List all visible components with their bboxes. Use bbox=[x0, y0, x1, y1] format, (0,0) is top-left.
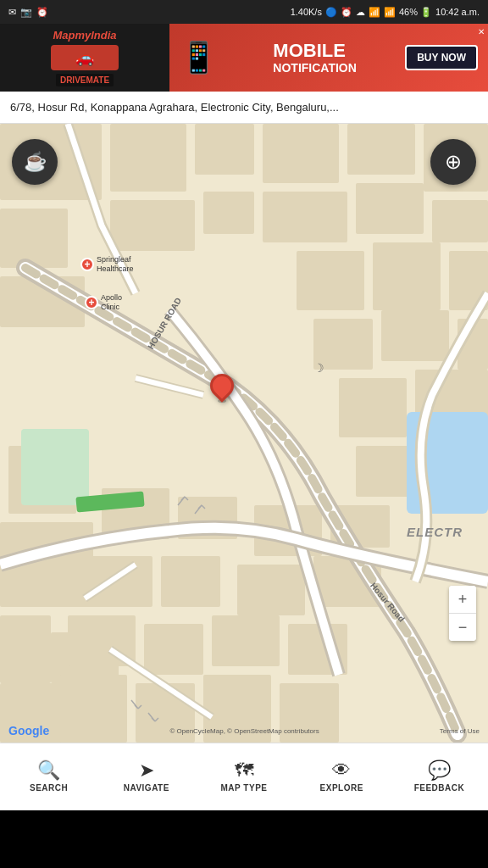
map-type-label: MAP TYPE bbox=[221, 783, 268, 793]
springleaf-sub: Healthcare bbox=[97, 264, 134, 274]
feedback-icon: 💬 bbox=[428, 761, 451, 780]
speed-indicator: 1.40K/s bbox=[291, 7, 322, 17]
zoom-in-button[interactable]: + bbox=[449, 586, 476, 613]
svg-rect-19 bbox=[297, 251, 364, 310]
nav-map-type[interactable]: 🗺 MAP TYPE bbox=[195, 743, 292, 810]
explore-label: EXPLORE bbox=[320, 783, 363, 793]
nav-feedback[interactable]: 💬 FEEDBACK bbox=[391, 743, 488, 810]
springleaf-cross-icon: + bbox=[80, 258, 94, 271]
ad-headline2: NOTIFICATION bbox=[273, 61, 357, 75]
map-background bbox=[0, 124, 488, 743]
bluetooth-icon: 🔵 bbox=[325, 7, 337, 18]
zoom-controls[interactable]: + − bbox=[449, 586, 476, 641]
feedback-label: FEEDBACK bbox=[414, 783, 465, 793]
signal2-icon: 📶 bbox=[384, 7, 396, 18]
apollo-name: Apollo bbox=[101, 293, 122, 303]
bottom-navigation: 🔍 SEARCH ➤ NAVIGATE 🗺 MAP TYPE 👁 EXPLORE… bbox=[0, 743, 488, 810]
ad-close-icon[interactable]: ✕ bbox=[478, 27, 485, 36]
svg-rect-6 bbox=[0, 615, 51, 683]
svg-rect-9 bbox=[110, 124, 186, 192]
status-left-icons: ✉ 📷 ⏰ bbox=[8, 7, 48, 18]
status-bar: ✉ 📷 ⏰ 1.40K/s 🔵 ⏰ ☁ 📶 📶 46% 🔋 10:42 a.m. bbox=[0, 0, 488, 24]
crosshair-icon: ⊕ bbox=[445, 150, 462, 174]
svg-rect-16 bbox=[263, 192, 347, 242]
wifi-icon: ☁ bbox=[356, 7, 365, 18]
pin-head bbox=[205, 369, 239, 403]
svg-rect-15 bbox=[203, 192, 254, 234]
google-logo: Google bbox=[8, 724, 49, 737]
battery-indicator: 46% 🔋 bbox=[399, 7, 432, 18]
svg-rect-25 bbox=[339, 378, 407, 437]
map-container[interactable]: ELECTR Hosur Road HOSUR ROAD ☽ ☕ ⊕ + Spr… bbox=[0, 124, 488, 743]
ad-headline1: MOBILE bbox=[273, 41, 357, 61]
address-bar: 6/78, Hosur Rd, Konappana Agrahara, Elec… bbox=[0, 92, 488, 124]
navigate-icon: ➤ bbox=[139, 761, 154, 780]
mail-icon: ✉ bbox=[8, 7, 16, 18]
svg-rect-35 bbox=[237, 565, 305, 615]
navigate-label: NAVIGATE bbox=[124, 783, 169, 793]
location-pin[interactable] bbox=[210, 374, 234, 403]
springleaf-marker: + Springleaf Healthcare bbox=[80, 255, 134, 274]
terms-of-use-link[interactable]: Terms of Use bbox=[440, 727, 480, 735]
search-label: SEARCH bbox=[30, 783, 68, 793]
svg-rect-11 bbox=[263, 124, 339, 183]
svg-rect-17 bbox=[356, 183, 424, 234]
ad-brand-section: Mapmylndia 🚗 DRIVEMATE bbox=[0, 24, 169, 92]
alarm2-icon: ⏰ bbox=[341, 7, 352, 18]
map-attribution: Google © OpenCycleMap, © OpenStreetMap c… bbox=[0, 724, 488, 737]
coffee-button[interactable]: ☕ bbox=[12, 139, 58, 185]
svg-rect-12 bbox=[347, 124, 415, 175]
svg-rect-20 bbox=[373, 242, 441, 310]
mapmyindia-logo: Mapmylndia bbox=[53, 29, 116, 42]
signal1-icon: 📶 bbox=[369, 7, 380, 18]
zoom-out-button[interactable]: − bbox=[449, 614, 476, 641]
svg-rect-2 bbox=[0, 209, 68, 268]
springleaf-name: Springleaf bbox=[97, 255, 134, 264]
svg-rect-34 bbox=[161, 556, 220, 607]
coffee-icon: ☕ bbox=[24, 151, 47, 173]
ad-buy-button[interactable]: BUY NOW bbox=[405, 45, 478, 70]
svg-rect-10 bbox=[195, 124, 254, 175]
svg-rect-45 bbox=[21, 429, 89, 505]
time-display: 10:42 a.m. bbox=[435, 7, 480, 17]
nav-explore[interactable]: 👁 EXPLORE bbox=[293, 743, 391, 810]
nav-navigate[interactable]: ➤ NAVIGATE bbox=[97, 743, 195, 810]
svg-rect-38 bbox=[144, 624, 203, 675]
svg-rect-18 bbox=[432, 200, 488, 242]
ad-banner[interactable]: Mapmylndia 🚗 DRIVEMATE ✕ 📱 MOBILE NOTIFI… bbox=[0, 24, 488, 92]
attribution-text: © OpenCycleMap, © OpenStreetMap contribu… bbox=[169, 727, 319, 735]
drivemate-label: DRIVEMATE bbox=[56, 74, 114, 86]
apollo-marker: + Apollo Clinic bbox=[85, 293, 122, 312]
svg-rect-33 bbox=[85, 556, 152, 607]
camera-icon: 📷 bbox=[20, 7, 32, 18]
search-icon: 🔍 bbox=[37, 761, 60, 780]
status-right: 1.40K/s 🔵 ⏰ ☁ 📶 📶 46% 🔋 10:42 a.m. bbox=[291, 7, 480, 18]
nav-search[interactable]: 🔍 SEARCH bbox=[0, 743, 97, 810]
ad-cta-section[interactable]: ✕ 📱 MOBILE NOTIFICATION BUY NOW bbox=[169, 24, 488, 92]
svg-rect-39 bbox=[212, 615, 280, 666]
alarm-icon: ⏰ bbox=[36, 7, 48, 18]
explore-icon: 👁 bbox=[332, 761, 351, 780]
apollo-sub: Clinic bbox=[101, 303, 122, 312]
svg-rect-14 bbox=[110, 200, 195, 251]
electric-city-label: ELECTR bbox=[407, 525, 463, 539]
gps-button[interactable]: ⊕ bbox=[430, 139, 476, 185]
crescent-icon: ☽ bbox=[313, 361, 324, 375]
address-text: 6/78, Hosur Rd, Konappana Agrahara, Elec… bbox=[10, 101, 339, 114]
apollo-cross-icon: + bbox=[85, 296, 98, 309]
svg-rect-23 bbox=[381, 310, 449, 361]
map-type-icon: 🗺 bbox=[235, 761, 253, 780]
